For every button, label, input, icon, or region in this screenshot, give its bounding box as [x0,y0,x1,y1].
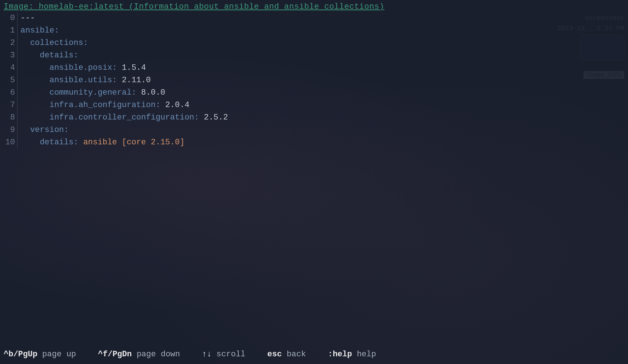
header-title: Image: homelab-ee:latest (Information ab… [0,0,628,12]
line-content: ansible.posix: 1.5.4 [18,62,146,74]
line-number: 1 [0,24,18,37]
line-content: details: [18,49,78,62]
line-content: ansible.utils: 2.11.0 [18,74,151,87]
yaml-key: version: [30,125,69,134]
yaml-document-start: --- [20,14,35,23]
footer-hint-label: scroll [212,350,245,359]
line-content: --- [18,12,35,24]
footer-hint-label: help [352,350,376,359]
yaml-value: 8.0.0 [136,88,165,97]
yaml-key: details: [40,138,79,147]
yaml-value: 2.0.4 [160,101,189,110]
footer-hint-key: ^b/PgUp [4,350,37,359]
yaml-key: details: [40,51,79,60]
line-number: 7 [0,99,18,111]
yaml-line: 0--- [0,12,628,24]
footer-hint: ↑↓ scroll [202,350,246,359]
footer-hint-key: ↑↓ [202,350,212,359]
yaml-key: infra.ah_configuration: [49,101,160,110]
yaml-value: 2.5.2 [199,113,228,122]
yaml-line: 2 collections: [0,37,628,49]
line-content: infra.ah_configuration: 2.0.4 [18,99,189,111]
line-number: 6 [0,87,18,99]
yaml-key: ansible: [20,26,59,35]
footer-hint-key: ^f/PgDn [98,350,132,359]
yaml-value: ansible [core 2.15.0] [78,138,184,147]
line-content: details: ansible [core 2.15.0] [18,136,185,149]
footer-hint-key: esc [267,350,282,359]
line-number: 10 [0,136,18,149]
footer-hint-label: back [282,350,306,359]
line-number: 8 [0,111,18,124]
line-number: 5 [0,74,18,87]
footer-hint: :help help [328,350,376,359]
yaml-line: 8 infra.controller_configuration: 2.5.2 [0,111,628,124]
yaml-line: 3 details: [0,49,628,62]
yaml-line: 6 community.general: 8.0.0 [0,87,628,99]
header-image-name: homelab-ee:latest [39,2,124,11]
yaml-line: 4 ansible.posix: 1.5.4 [0,62,628,74]
yaml-key: ansible.posix: [49,63,117,72]
header-description: (Information about ansible and ansible c… [124,2,385,11]
line-content: collections: [18,37,88,49]
footer-hint: ^f/PgDn page down [98,350,180,359]
yaml-key: collections: [30,38,88,48]
line-number: 3 [0,49,18,62]
line-content: infra.controller_configuration: 2.5.2 [18,111,228,124]
footer-hints: ^b/PgUp page up^f/PgDn page down↑↓ scrol… [0,346,628,364]
footer-hint-label: page up [37,350,76,359]
line-number: 0 [0,12,18,24]
yaml-line: 9 version: [0,124,628,136]
line-number: 9 [0,124,18,136]
line-content: community.general: 8.0.0 [18,87,165,99]
footer-hint-key: :help [328,350,352,359]
line-number: 4 [0,62,18,74]
yaml-key: ansible.utils: [49,76,117,85]
yaml-key: infra.controller_configuration: [49,113,199,122]
yaml-value: 2.11.0 [117,76,151,85]
line-content: version: [18,124,69,136]
yaml-line: 5 ansible.utils: 2.11.0 [0,74,628,87]
footer-hint: ^b/PgUp page up [4,350,76,359]
yaml-content: 0---1ansible:2 collections:3 details:4 a… [0,12,628,149]
yaml-line: 7 infra.ah_configuration: 2.0.4 [0,99,628,111]
yaml-value: 1.5.4 [117,63,146,72]
yaml-line: 1ansible: [0,24,628,37]
yaml-line: 10 details: ansible [core 2.15.0] [0,136,628,149]
footer-hint: esc back [267,350,306,359]
footer-hint-label: page down [132,350,180,359]
yaml-key: community.general: [49,88,136,97]
header-prefix: Image: [4,2,39,11]
line-number: 2 [0,37,18,49]
line-content: ansible: [18,24,59,37]
